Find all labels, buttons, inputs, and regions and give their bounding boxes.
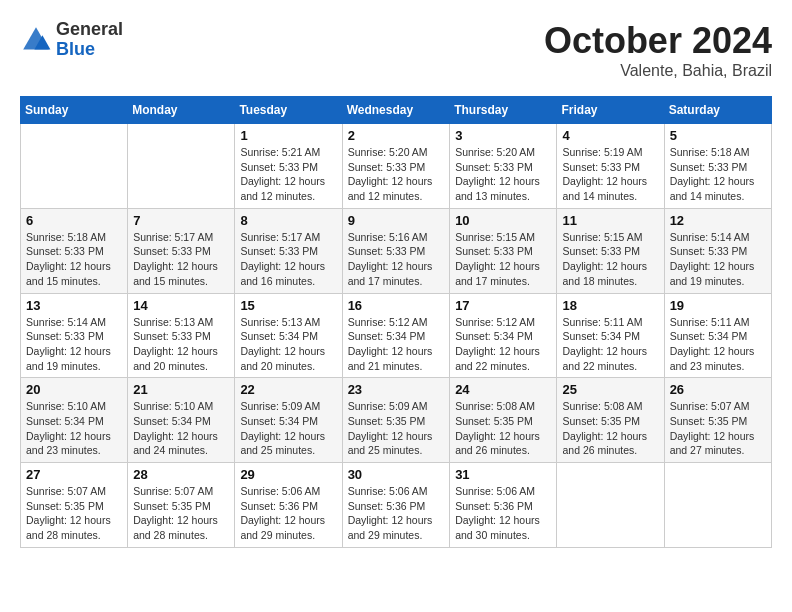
page-header: General Blue October 2024 Valente, Bahia… — [20, 20, 772, 80]
calendar-week-row: 20Sunrise: 5:10 AM Sunset: 5:34 PM Dayli… — [21, 378, 772, 463]
day-number: 17 — [455, 298, 551, 313]
day-number: 2 — [348, 128, 445, 143]
logo-text: General Blue — [56, 20, 123, 60]
logo-icon — [20, 24, 52, 56]
calendar-cell: 21Sunrise: 5:10 AM Sunset: 5:34 PM Dayli… — [128, 378, 235, 463]
day-info: Sunrise: 5:06 AM Sunset: 5:36 PM Dayligh… — [455, 484, 551, 543]
day-number: 15 — [240, 298, 336, 313]
day-info: Sunrise: 5:08 AM Sunset: 5:35 PM Dayligh… — [455, 399, 551, 458]
day-info: Sunrise: 5:13 AM Sunset: 5:34 PM Dayligh… — [240, 315, 336, 374]
day-info: Sunrise: 5:21 AM Sunset: 5:33 PM Dayligh… — [240, 145, 336, 204]
day-info: Sunrise: 5:14 AM Sunset: 5:33 PM Dayligh… — [670, 230, 766, 289]
calendar-cell: 4Sunrise: 5:19 AM Sunset: 5:33 PM Daylig… — [557, 124, 664, 209]
day-info: Sunrise: 5:18 AM Sunset: 5:33 PM Dayligh… — [26, 230, 122, 289]
day-info: Sunrise: 5:12 AM Sunset: 5:34 PM Dayligh… — [348, 315, 445, 374]
header-cell: Thursday — [450, 97, 557, 124]
day-number: 30 — [348, 467, 445, 482]
calendar-week-row: 13Sunrise: 5:14 AM Sunset: 5:33 PM Dayli… — [21, 293, 772, 378]
calendar-cell: 23Sunrise: 5:09 AM Sunset: 5:35 PM Dayli… — [342, 378, 450, 463]
day-number: 8 — [240, 213, 336, 228]
day-info: Sunrise: 5:20 AM Sunset: 5:33 PM Dayligh… — [455, 145, 551, 204]
day-info: Sunrise: 5:10 AM Sunset: 5:34 PM Dayligh… — [26, 399, 122, 458]
day-info: Sunrise: 5:16 AM Sunset: 5:33 PM Dayligh… — [348, 230, 445, 289]
day-number: 18 — [562, 298, 658, 313]
day-number: 7 — [133, 213, 229, 228]
calendar-cell: 7Sunrise: 5:17 AM Sunset: 5:33 PM Daylig… — [128, 208, 235, 293]
calendar: SundayMondayTuesdayWednesdayThursdayFrid… — [20, 96, 772, 548]
title-block: October 2024 Valente, Bahia, Brazil — [544, 20, 772, 80]
header-cell: Saturday — [664, 97, 771, 124]
calendar-cell: 5Sunrise: 5:18 AM Sunset: 5:33 PM Daylig… — [664, 124, 771, 209]
calendar-cell: 8Sunrise: 5:17 AM Sunset: 5:33 PM Daylig… — [235, 208, 342, 293]
day-info: Sunrise: 5:20 AM Sunset: 5:33 PM Dayligh… — [348, 145, 445, 204]
calendar-cell: 19Sunrise: 5:11 AM Sunset: 5:34 PM Dayli… — [664, 293, 771, 378]
calendar-cell: 1Sunrise: 5:21 AM Sunset: 5:33 PM Daylig… — [235, 124, 342, 209]
day-number: 26 — [670, 382, 766, 397]
calendar-cell: 29Sunrise: 5:06 AM Sunset: 5:36 PM Dayli… — [235, 463, 342, 548]
day-number: 21 — [133, 382, 229, 397]
day-number: 14 — [133, 298, 229, 313]
month-title: October 2024 — [544, 20, 772, 62]
day-number: 27 — [26, 467, 122, 482]
calendar-body: 1Sunrise: 5:21 AM Sunset: 5:33 PM Daylig… — [21, 124, 772, 548]
calendar-cell: 18Sunrise: 5:11 AM Sunset: 5:34 PM Dayli… — [557, 293, 664, 378]
day-number: 13 — [26, 298, 122, 313]
day-info: Sunrise: 5:09 AM Sunset: 5:35 PM Dayligh… — [348, 399, 445, 458]
day-number: 20 — [26, 382, 122, 397]
day-number: 19 — [670, 298, 766, 313]
calendar-week-row: 6Sunrise: 5:18 AM Sunset: 5:33 PM Daylig… — [21, 208, 772, 293]
header-cell: Monday — [128, 97, 235, 124]
calendar-cell — [557, 463, 664, 548]
calendar-cell: 26Sunrise: 5:07 AM Sunset: 5:35 PM Dayli… — [664, 378, 771, 463]
calendar-cell: 28Sunrise: 5:07 AM Sunset: 5:35 PM Dayli… — [128, 463, 235, 548]
calendar-cell: 24Sunrise: 5:08 AM Sunset: 5:35 PM Dayli… — [450, 378, 557, 463]
calendar-cell: 31Sunrise: 5:06 AM Sunset: 5:36 PM Dayli… — [450, 463, 557, 548]
calendar-week-row: 1Sunrise: 5:21 AM Sunset: 5:33 PM Daylig… — [21, 124, 772, 209]
calendar-cell: 15Sunrise: 5:13 AM Sunset: 5:34 PM Dayli… — [235, 293, 342, 378]
day-number: 5 — [670, 128, 766, 143]
day-info: Sunrise: 5:07 AM Sunset: 5:35 PM Dayligh… — [670, 399, 766, 458]
day-info: Sunrise: 5:08 AM Sunset: 5:35 PM Dayligh… — [562, 399, 658, 458]
day-info: Sunrise: 5:07 AM Sunset: 5:35 PM Dayligh… — [133, 484, 229, 543]
day-number: 4 — [562, 128, 658, 143]
day-info: Sunrise: 5:07 AM Sunset: 5:35 PM Dayligh… — [26, 484, 122, 543]
day-info: Sunrise: 5:18 AM Sunset: 5:33 PM Dayligh… — [670, 145, 766, 204]
logo-blue: Blue — [56, 40, 123, 60]
header-cell: Tuesday — [235, 97, 342, 124]
day-info: Sunrise: 5:11 AM Sunset: 5:34 PM Dayligh… — [670, 315, 766, 374]
day-number: 12 — [670, 213, 766, 228]
calendar-week-row: 27Sunrise: 5:07 AM Sunset: 5:35 PM Dayli… — [21, 463, 772, 548]
day-info: Sunrise: 5:17 AM Sunset: 5:33 PM Dayligh… — [240, 230, 336, 289]
day-number: 28 — [133, 467, 229, 482]
location: Valente, Bahia, Brazil — [544, 62, 772, 80]
header-row: SundayMondayTuesdayWednesdayThursdayFrid… — [21, 97, 772, 124]
day-info: Sunrise: 5:15 AM Sunset: 5:33 PM Dayligh… — [455, 230, 551, 289]
calendar-cell: 10Sunrise: 5:15 AM Sunset: 5:33 PM Dayli… — [450, 208, 557, 293]
day-number: 24 — [455, 382, 551, 397]
day-number: 9 — [348, 213, 445, 228]
day-number: 22 — [240, 382, 336, 397]
header-cell: Wednesday — [342, 97, 450, 124]
calendar-cell: 3Sunrise: 5:20 AM Sunset: 5:33 PM Daylig… — [450, 124, 557, 209]
calendar-cell: 20Sunrise: 5:10 AM Sunset: 5:34 PM Dayli… — [21, 378, 128, 463]
day-info: Sunrise: 5:13 AM Sunset: 5:33 PM Dayligh… — [133, 315, 229, 374]
calendar-cell: 14Sunrise: 5:13 AM Sunset: 5:33 PM Dayli… — [128, 293, 235, 378]
day-number: 31 — [455, 467, 551, 482]
calendar-cell — [664, 463, 771, 548]
header-cell: Friday — [557, 97, 664, 124]
day-number: 11 — [562, 213, 658, 228]
calendar-cell — [21, 124, 128, 209]
day-info: Sunrise: 5:14 AM Sunset: 5:33 PM Dayligh… — [26, 315, 122, 374]
day-number: 1 — [240, 128, 336, 143]
calendar-cell: 6Sunrise: 5:18 AM Sunset: 5:33 PM Daylig… — [21, 208, 128, 293]
day-number: 16 — [348, 298, 445, 313]
day-number: 3 — [455, 128, 551, 143]
calendar-header: SundayMondayTuesdayWednesdayThursdayFrid… — [21, 97, 772, 124]
calendar-cell: 22Sunrise: 5:09 AM Sunset: 5:34 PM Dayli… — [235, 378, 342, 463]
calendar-cell: 11Sunrise: 5:15 AM Sunset: 5:33 PM Dayli… — [557, 208, 664, 293]
day-info: Sunrise: 5:06 AM Sunset: 5:36 PM Dayligh… — [240, 484, 336, 543]
calendar-cell: 27Sunrise: 5:07 AM Sunset: 5:35 PM Dayli… — [21, 463, 128, 548]
day-info: Sunrise: 5:19 AM Sunset: 5:33 PM Dayligh… — [562, 145, 658, 204]
calendar-cell: 17Sunrise: 5:12 AM Sunset: 5:34 PM Dayli… — [450, 293, 557, 378]
calendar-cell: 2Sunrise: 5:20 AM Sunset: 5:33 PM Daylig… — [342, 124, 450, 209]
